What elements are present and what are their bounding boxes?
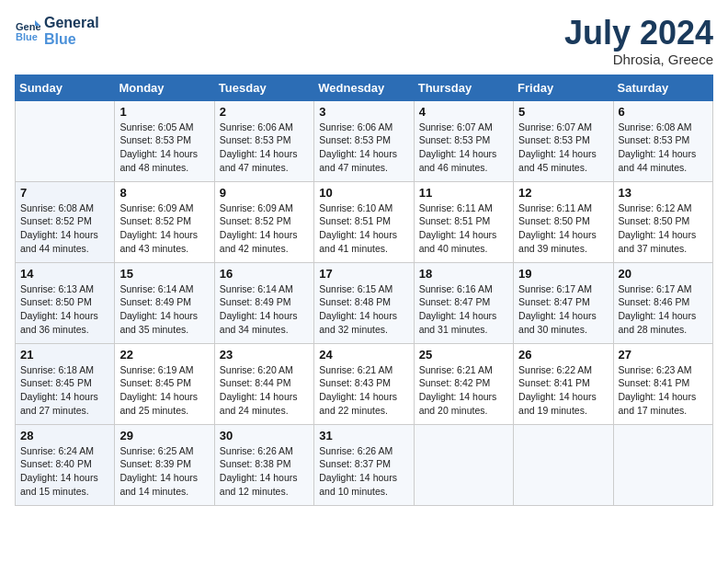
calendar-week-row: 7Sunrise: 6:08 AM Sunset: 8:52 PM Daylig… — [16, 181, 713, 262]
day-info: Sunrise: 6:05 AM Sunset: 8:53 PM Dayligh… — [119, 121, 209, 175]
calendar-cell: 10Sunrise: 6:10 AM Sunset: 8:51 PM Dayli… — [314, 181, 414, 262]
day-info: Sunrise: 6:11 AM Sunset: 8:50 PM Dayligh… — [518, 201, 608, 256]
calendar-cell: 24Sunrise: 6:21 AM Sunset: 8:43 PM Dayli… — [314, 343, 414, 424]
calendar-cell: 15Sunrise: 6:14 AM Sunset: 8:49 PM Dayli… — [115, 262, 214, 343]
calendar-week-row: 21Sunrise: 6:18 AM Sunset: 8:45 PM Dayli… — [16, 343, 713, 424]
day-info: Sunrise: 6:26 AM Sunset: 8:37 PM Dayligh… — [319, 444, 408, 499]
day-number: 31 — [319, 429, 408, 442]
calendar-cell: 9Sunrise: 6:09 AM Sunset: 8:52 PM Daylig… — [214, 181, 313, 262]
day-number: 26 — [518, 348, 608, 362]
calendar-week-row: 1Sunrise: 6:05 AM Sunset: 8:53 PM Daylig… — [16, 100, 713, 181]
day-number: 24 — [319, 348, 408, 362]
day-info: Sunrise: 6:23 AM Sunset: 8:41 PM Dayligh… — [619, 363, 708, 418]
calendar-cell — [514, 424, 613, 505]
day-number: 30 — [220, 429, 309, 442]
day-info: Sunrise: 6:21 AM Sunset: 8:42 PM Dayligh… — [419, 363, 508, 418]
calendar-table: SundayMondayTuesdayWednesdayThursdayFrid… — [15, 75, 713, 506]
day-number: 21 — [20, 348, 109, 362]
weekday-header-sunday: Sunday — [16, 75, 115, 100]
month-year-title: July 2024 — [564, 15, 713, 52]
day-info: Sunrise: 6:24 AM Sunset: 8:40 PM Dayligh… — [20, 444, 109, 499]
day-number: 23 — [220, 348, 309, 362]
calendar-cell: 19Sunrise: 6:17 AM Sunset: 8:47 PM Dayli… — [514, 262, 613, 343]
calendar-cell: 16Sunrise: 6:14 AM Sunset: 8:49 PM Dayli… — [214, 262, 313, 343]
weekday-header-saturday: Saturday — [613, 75, 712, 100]
calendar-week-row: 28Sunrise: 6:24 AM Sunset: 8:40 PM Dayli… — [16, 424, 713, 505]
day-info: Sunrise: 6:13 AM Sunset: 8:50 PM Dayligh… — [20, 282, 109, 337]
day-info: Sunrise: 6:08 AM Sunset: 8:53 PM Dayligh… — [619, 121, 708, 175]
calendar-cell: 2Sunrise: 6:06 AM Sunset: 8:53 PM Daylig… — [214, 100, 313, 181]
calendar-cell: 13Sunrise: 6:12 AM Sunset: 8:50 PM Dayli… — [613, 181, 712, 262]
day-number: 20 — [619, 267, 708, 281]
weekday-header-tuesday: Tuesday — [214, 75, 313, 100]
calendar-header-row: SundayMondayTuesdayWednesdayThursdayFrid… — [16, 75, 713, 100]
logo: General Blue General Blue — [15, 15, 99, 47]
day-number: 4 — [419, 105, 508, 119]
calendar-cell: 1Sunrise: 6:05 AM Sunset: 8:53 PM Daylig… — [115, 100, 214, 181]
logo-line1: General — [44, 15, 99, 31]
day-number: 5 — [518, 105, 608, 119]
day-info: Sunrise: 6:20 AM Sunset: 8:44 PM Dayligh… — [220, 363, 309, 418]
calendar-cell — [613, 424, 712, 505]
day-number: 9 — [220, 186, 309, 200]
weekday-header-thursday: Thursday — [414, 75, 513, 100]
day-number: 19 — [518, 267, 608, 281]
weekday-header-wednesday: Wednesday — [314, 75, 414, 100]
day-number: 25 — [419, 348, 508, 362]
calendar-cell: 23Sunrise: 6:20 AM Sunset: 8:44 PM Dayli… — [214, 343, 313, 424]
calendar-cell: 26Sunrise: 6:22 AM Sunset: 8:41 PM Dayli… — [514, 343, 613, 424]
calendar-cell: 29Sunrise: 6:25 AM Sunset: 8:39 PM Dayli… — [115, 424, 214, 505]
day-number: 29 — [119, 429, 209, 442]
title-block: July 2024 Dhrosia, Greece — [564, 15, 713, 67]
day-info: Sunrise: 6:10 AM Sunset: 8:51 PM Dayligh… — [319, 201, 408, 256]
calendar-cell: 8Sunrise: 6:09 AM Sunset: 8:52 PM Daylig… — [115, 181, 214, 262]
calendar-cell: 20Sunrise: 6:17 AM Sunset: 8:46 PM Dayli… — [613, 262, 712, 343]
day-info: Sunrise: 6:19 AM Sunset: 8:45 PM Dayligh… — [119, 363, 209, 418]
day-info: Sunrise: 6:15 AM Sunset: 8:48 PM Dayligh… — [319, 282, 408, 337]
calendar-cell: 7Sunrise: 6:08 AM Sunset: 8:52 PM Daylig… — [16, 181, 115, 262]
day-info: Sunrise: 6:06 AM Sunset: 8:53 PM Dayligh… — [319, 121, 408, 175]
location-subtitle: Dhrosia, Greece — [564, 52, 713, 67]
day-info: Sunrise: 6:11 AM Sunset: 8:51 PM Dayligh… — [419, 201, 508, 256]
calendar-cell: 17Sunrise: 6:15 AM Sunset: 8:48 PM Dayli… — [314, 262, 414, 343]
calendar-cell: 11Sunrise: 6:11 AM Sunset: 8:51 PM Dayli… — [414, 181, 513, 262]
weekday-header-friday: Friday — [514, 75, 613, 100]
day-info: Sunrise: 6:25 AM Sunset: 8:39 PM Dayligh… — [119, 444, 209, 499]
day-number: 12 — [518, 186, 608, 200]
day-number: 6 — [619, 105, 708, 119]
calendar-cell: 25Sunrise: 6:21 AM Sunset: 8:42 PM Dayli… — [414, 343, 513, 424]
calendar-cell: 14Sunrise: 6:13 AM Sunset: 8:50 PM Dayli… — [16, 262, 115, 343]
day-info: Sunrise: 6:07 AM Sunset: 8:53 PM Dayligh… — [518, 121, 608, 175]
day-number: 11 — [419, 186, 508, 200]
calendar-cell: 30Sunrise: 6:26 AM Sunset: 8:38 PM Dayli… — [214, 424, 313, 505]
calendar-cell — [414, 424, 513, 505]
day-number: 15 — [119, 267, 209, 281]
day-info: Sunrise: 6:14 AM Sunset: 8:49 PM Dayligh… — [220, 282, 309, 337]
day-number: 2 — [220, 105, 309, 119]
day-number: 16 — [220, 267, 309, 281]
page-header: General Blue General Blue July 2024 Dhro… — [15, 15, 713, 67]
day-info: Sunrise: 6:08 AM Sunset: 8:52 PM Dayligh… — [20, 201, 109, 256]
day-number: 18 — [419, 267, 508, 281]
calendar-cell: 27Sunrise: 6:23 AM Sunset: 8:41 PM Dayli… — [613, 343, 712, 424]
calendar-cell: 6Sunrise: 6:08 AM Sunset: 8:53 PM Daylig… — [613, 100, 712, 181]
day-number: 13 — [619, 186, 708, 200]
day-info: Sunrise: 6:21 AM Sunset: 8:43 PM Dayligh… — [319, 363, 408, 418]
calendar-week-row: 14Sunrise: 6:13 AM Sunset: 8:50 PM Dayli… — [16, 262, 713, 343]
calendar-cell: 5Sunrise: 6:07 AM Sunset: 8:53 PM Daylig… — [514, 100, 613, 181]
day-info: Sunrise: 6:06 AM Sunset: 8:53 PM Dayligh… — [220, 121, 309, 175]
day-number: 22 — [119, 348, 209, 362]
calendar-cell: 18Sunrise: 6:16 AM Sunset: 8:47 PM Dayli… — [414, 262, 513, 343]
day-number: 3 — [319, 105, 408, 119]
calendar-cell: 22Sunrise: 6:19 AM Sunset: 8:45 PM Dayli… — [115, 343, 214, 424]
day-number: 1 — [119, 105, 209, 119]
day-info: Sunrise: 6:14 AM Sunset: 8:49 PM Dayligh… — [119, 282, 209, 337]
day-number: 27 — [619, 348, 708, 362]
logo-icon: General Blue — [15, 18, 40, 44]
day-info: Sunrise: 6:26 AM Sunset: 8:38 PM Dayligh… — [220, 444, 309, 499]
day-info: Sunrise: 6:17 AM Sunset: 8:47 PM Dayligh… — [518, 282, 608, 337]
calendar-cell: 31Sunrise: 6:26 AM Sunset: 8:37 PM Dayli… — [314, 424, 414, 505]
day-number: 28 — [20, 429, 109, 442]
calendar-cell: 28Sunrise: 6:24 AM Sunset: 8:40 PM Dayli… — [16, 424, 115, 505]
svg-text:Blue: Blue — [16, 31, 38, 42]
